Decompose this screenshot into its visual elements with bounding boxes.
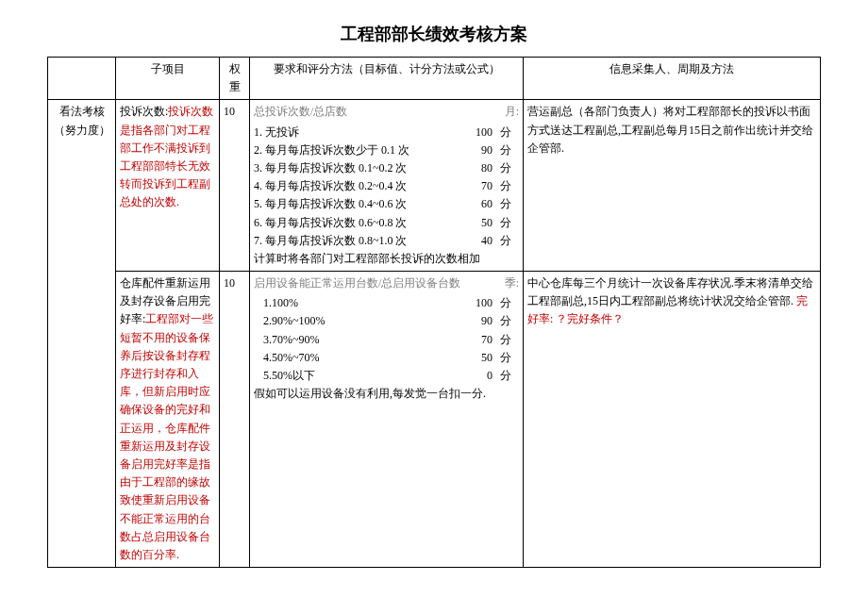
cell-category: 看法考核（努力度） [48, 100, 116, 568]
cell-weight: 10 [220, 100, 250, 272]
score-unit: 分 [500, 312, 519, 330]
score-value: 50 [453, 349, 500, 367]
score-value: 80 [453, 159, 500, 177]
cell-info: 中心仓库每三个月统计一次设备库存状况.季末将清单交给工程部副总,15日内工程部副… [524, 272, 821, 568]
score-unit: 分 [500, 214, 519, 232]
performance-table: 子项目 权重 要求和评分方法（目标值、计分方法或公式） 信息采集人、周期及方法 … [47, 57, 821, 568]
header-weight: 权重 [220, 58, 250, 100]
criteria-footer: 计算时将各部门对工程部部长投诉的次数相加 [254, 250, 519, 268]
header-category [48, 58, 116, 100]
score-label: 3.70%~90% [263, 331, 453, 349]
header-criteria: 要求和评分方法（目标值、计分方法或公式） [250, 58, 524, 100]
score-unit: 分 [500, 195, 519, 213]
score-label: 1.100% [263, 294, 453, 312]
subitem-desc-red: 投诉次数是指各部门对工程部工作不满投诉到工程部部特长无效转而投诉到工程副总处的次… [120, 105, 213, 208]
score-label: 2.90%~100% [263, 312, 453, 330]
criteria-formula: 总投诉次数/总店数 [254, 103, 347, 121]
table-row: 仓库配件重新运用及封存设备启用完好率:工程部对一些短暂不用的设备保养后按设备封存… [48, 272, 821, 568]
score-value: 40 [453, 232, 500, 250]
score-value: 100 [453, 124, 500, 141]
score-value: 90 [453, 141, 500, 159]
header-info: 信息采集人、周期及方法 [524, 58, 821, 100]
score-label: 7. 每月每店投诉次数 0.8~1.0 次 [254, 232, 453, 250]
score-value: 90 [453, 312, 500, 330]
score-unit: 分 [500, 141, 519, 159]
score-label: 5. 每月每店投诉次数 0.4~0.6 次 [254, 195, 453, 213]
table-row: 看法考核（努力度） 投诉次数:投诉次数是指各部门对工程部工作不满投诉到工程部部特… [48, 100, 821, 272]
score-value: 0 [453, 367, 500, 385]
cell-subitem: 投诉次数:投诉次数是指各部门对工程部工作不满投诉到工程部部特长无效转而投诉到工程… [116, 100, 220, 272]
score-unit: 分 [500, 124, 519, 141]
cell-weight: 10 [220, 272, 250, 568]
score-label: 1. 无投诉 [254, 124, 453, 141]
criteria-footer-black: 计算时将各部门对工程部部长投诉的次数相加 [254, 252, 480, 265]
score-value: 70 [453, 177, 500, 195]
score-unit: 分 [500, 177, 519, 195]
score-unit: 分 [500, 331, 519, 349]
score-unit: 分 [500, 232, 519, 250]
score-value: 100 [453, 294, 500, 312]
header-subitem: 子项目 [116, 58, 220, 100]
criteria-period: 月: [505, 103, 519, 121]
table-header-row: 子项目 权重 要求和评分方法（目标值、计分方法或公式） 信息采集人、周期及方法 [48, 58, 821, 100]
score-unit: 分 [500, 159, 519, 177]
score-unit: 分 [500, 294, 519, 312]
subitem-prefix: 投诉次数: [120, 105, 168, 118]
cell-subitem: 仓库配件重新运用及封存设备启用完好率:工程部对一些短暂不用的设备保养后按设备封存… [116, 272, 220, 568]
score-unit: 分 [500, 367, 519, 385]
score-label: 4. 每月每店投诉次数 0.2~0.4 次 [254, 177, 453, 195]
info-black: 中心仓库每三个月统计一次设备库存状况.季末将清单交给工程部副总,15日内工程部副… [527, 276, 813, 307]
score-unit: 分 [500, 349, 519, 367]
criteria-footer-black: 假如可以运用设备没有利用,每发觉一台扣一分. [254, 385, 519, 403]
score-value: 60 [453, 195, 500, 213]
cell-criteria: 启用设备能正常运用台数/总启用设备台数 季: 1.100%100分 2.90%~… [250, 272, 524, 568]
cell-info: 营运副总（各部门负责人）将对工程部部长的投诉以书面方式送达工程副总,工程副总每月… [524, 100, 821, 272]
subitem-desc-red: 工程部对一些短暂不用的设备保养后按设备封存程序进行封存和入库，但新启用时应确保设… [120, 312, 213, 560]
score-label: 2. 每月每店投诉次数少于 0.1 次 [254, 141, 453, 159]
score-value: 70 [453, 331, 500, 349]
score-label: 4.50%~70% [263, 349, 453, 367]
score-label: 5.50%以下 [263, 367, 453, 385]
score-label: 6. 每月每店投诉次数 0.6~0.8 次 [254, 214, 453, 232]
cell-criteria: 总投诉次数/总店数 月: 1. 无投诉100分 2. 每月每店投诉次数少于 0.… [250, 100, 524, 272]
criteria-formula: 启用设备能正常运用台数/总启用设备台数 [254, 274, 460, 292]
criteria-period: 季: [505, 274, 519, 292]
page-title: 工程部部长绩效考核方案 [47, 23, 821, 45]
score-value: 50 [453, 214, 500, 232]
score-label: 3. 每月每店投诉次数 0.1~0.2 次 [254, 159, 453, 177]
